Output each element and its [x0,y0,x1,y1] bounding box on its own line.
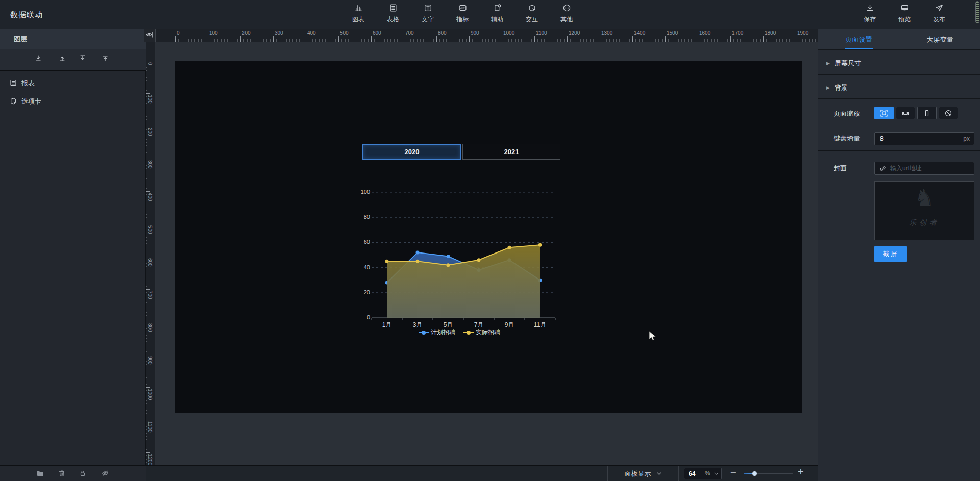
toolbar-item-indicator[interactable]: 指标 [445,4,480,24]
zoom-fit-height-button[interactable] [917,107,937,119]
bring-upward-icon[interactable] [57,54,68,65]
toolbar-item-label: 辅助 [480,15,514,24]
toolbar-item-text[interactable]: 文字 [410,4,445,24]
cover-preview: ♞ 乐创者 [874,181,974,240]
ruler-label: 0 [177,30,180,36]
eye-icon [144,29,155,41]
ruler-label: 200 [147,128,153,136]
settings-tabs: 页面设置 大屏变量 [818,29,980,50]
bottom-mid-bar: 面板显示 % − + [146,465,818,481]
ruler-label: 300 [147,160,153,169]
page-zoom-options [874,107,958,119]
toolbar-item-label: 指标 [445,15,480,24]
trash-icon[interactable] [58,469,66,479]
chevron-right-icon: ▶ [826,52,830,75]
tab-widget: 2020 2021 [362,144,560,160]
ruler-label: 1500 [667,30,678,36]
ruler-label: 800 [438,30,447,36]
workspace[interactable]: 2020 2021 020406080100 1月3月5月7月9月11月 计划招… [156,42,818,465]
eye-off-icon[interactable] [101,469,109,479]
layers-title: 图层 [14,29,146,49]
send-to-back-icon[interactable] [33,54,44,65]
ruler-label: 600 [373,30,381,36]
section-background[interactable]: ▶ 背景 [818,76,980,99]
ruler-label: 700 [147,291,153,299]
panel-display-dropdown[interactable]: 面板显示 [607,466,679,481]
ruler-label: 300 [275,30,283,36]
publish-button[interactable]: 发布 [922,4,957,24]
ruler-label: 700 [405,30,414,36]
legend-item-actual[interactable]: 实际招聘 [463,328,500,337]
save-icon [866,5,874,14]
ruler-label: 1600 [699,30,710,36]
zoom-none-button[interactable] [939,107,958,119]
design-canvas[interactable]: 2020 2021 020406080100 1月3月5月7月9月11月 计划招… [175,61,802,413]
aux-icon [493,5,502,14]
tab-page-settings[interactable]: 页面设置 [818,29,899,49]
toolbar-item-interact[interactable]: 交互 [514,4,549,24]
canvas-tab-2020[interactable]: 2020 [362,144,461,160]
chevron-down-icon[interactable] [714,471,719,476]
ruler-label: 200 [242,30,251,36]
zoom-out-button[interactable]: − [730,467,736,478]
divider [0,70,146,71]
cover-url-input[interactable] [875,162,974,174]
save-button[interactable]: 保存 [852,4,887,24]
layer-item-tabs[interactable]: 选项卡 [0,93,146,110]
logo-figure: ♞ [875,185,974,211]
preview-label: 预览 [887,15,922,24]
watermark-text: 乐创者 [875,218,974,227]
zoom-slider[interactable] [744,473,793,474]
page-zoom-label: 页面缩放 [834,109,860,118]
layer-item-report[interactable]: 报表 [0,75,146,91]
h-ruler: 0100200300400500600700800900100011001200… [156,29,818,42]
layer-item-label: 报表 [21,75,35,91]
scrollbar-thumb[interactable] [975,1,979,23]
fit-screen-icon [880,109,888,117]
cover-label: 封面 [834,164,847,173]
preview-button[interactable]: 预览 [887,4,922,24]
zoom-slider-thumb[interactable] [752,471,757,476]
toolbar-item-table[interactable]: 表格 [376,4,410,24]
layers-panel: 图层 报表 选项卡 [0,29,146,465]
section-label: 背景 [835,76,848,99]
legend-item-planned[interactable]: 计划招聘 [419,328,455,337]
layer-item-label: 选项卡 [21,93,41,110]
chevron-right-icon: ▶ [826,76,830,99]
app-root: 数据联动 图表 表格 文字 指标 辅助 [0,0,980,481]
section-label: 屏幕尺寸 [835,52,861,75]
tab-screen-variables[interactable]: 大屏变量 [899,29,980,49]
toolbar-item-label: 文字 [410,15,445,24]
ruler-label: 600 [147,258,153,267]
table-icon [389,5,398,14]
ruler-toggle[interactable] [144,29,156,42]
lock-icon[interactable] [79,469,87,479]
ruler-label: 900 [147,356,153,365]
preview-icon [900,5,909,14]
zoom-fit-screen-button[interactable] [874,107,894,119]
area-chart-widget[interactable]: 020406080100 1月3月5月7月9月11月 计划招聘 实际招聘 [357,189,561,342]
keyboard-increment-input[interactable] [875,133,974,145]
toolbar-item-more[interactable]: 其他 [549,4,584,24]
toolbar-item-chart[interactable]: 图表 [341,4,376,24]
canvas-tab-2021[interactable]: 2021 [462,144,560,160]
ruler-label: 500 [340,30,349,36]
zoom-value-field: % [684,468,722,479]
zoom-in-button[interactable]: + [798,466,804,478]
bar-chart-icon [354,5,363,14]
bring-to-front-icon[interactable] [100,54,111,65]
zoom-value-input[interactable] [684,468,703,479]
screenshot-button[interactable]: 截屏 [874,246,907,262]
legend-marker [463,332,474,333]
zoom-fit-width-button[interactable] [896,107,915,119]
divider [818,150,980,151]
ruler-label: 100 [209,30,218,36]
folder-icon[interactable] [36,469,44,479]
section-screen-size[interactable]: ▶ 屏幕尺寸 [818,52,980,75]
fit-height-icon [923,109,931,117]
chart-svg [357,189,561,342]
ruler-label: 900 [471,30,479,36]
toolbar-item-aux[interactable]: 辅助 [480,4,514,24]
page-title: 数据联动 [10,0,43,29]
send-downward-icon[interactable] [77,54,88,65]
